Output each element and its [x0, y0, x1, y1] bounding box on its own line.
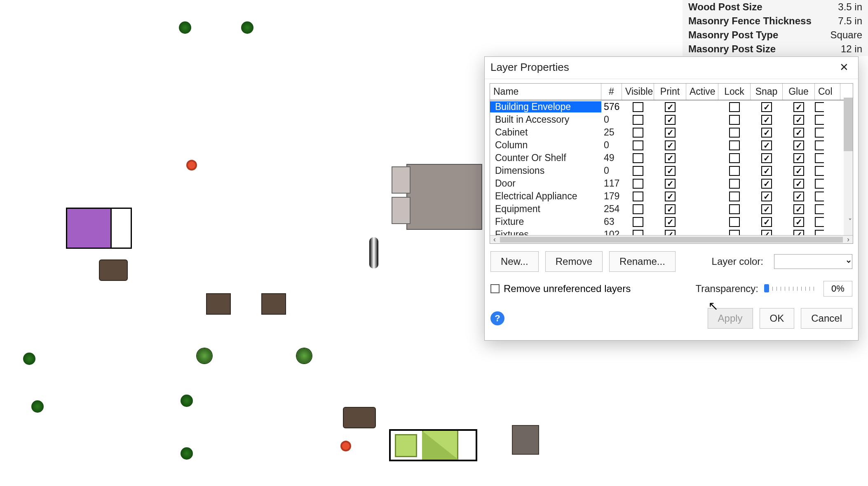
checkbox[interactable]: [729, 230, 740, 236]
checkbox[interactable]: [761, 128, 772, 138]
layer-row[interactable]: Fixture63: [490, 215, 853, 228]
checkbox[interactable]: [729, 153, 740, 163]
checkbox[interactable]: [665, 230, 676, 236]
rename-button[interactable]: Rename...: [609, 251, 676, 272]
col-lock[interactable]: Lock: [718, 84, 751, 100]
checkbox[interactable]: [729, 102, 740, 112]
checkbox[interactable]: [729, 140, 740, 150]
checkbox[interactable]: [761, 140, 772, 150]
checkbox[interactable]: [633, 230, 643, 236]
layer-row[interactable]: Dimensions0: [490, 164, 853, 177]
checkbox[interactable]: [633, 204, 643, 214]
checkbox[interactable]: [665, 140, 676, 150]
color-swatch[interactable]: [815, 179, 824, 189]
layer-row[interactable]: Column0: [490, 139, 853, 152]
layer-row[interactable]: Building Envelope576: [490, 100, 853, 113]
checkbox[interactable]: [793, 230, 804, 236]
checkbox[interactable]: [761, 102, 772, 112]
layer-row[interactable]: Equipment254: [490, 203, 853, 215]
cancel-button[interactable]: Cancel: [801, 308, 852, 329]
checkbox[interactable]: [633, 153, 643, 163]
checkbox[interactable]: [761, 192, 772, 201]
checkbox[interactable]: [761, 230, 772, 236]
checkbox[interactable]: [633, 140, 643, 150]
apply-button[interactable]: Apply: [708, 308, 753, 329]
checkbox[interactable]: [665, 128, 676, 138]
transparency-value[interactable]: 0%: [823, 281, 852, 297]
layer-row[interactable]: Counter Or Shelf49: [490, 152, 853, 164]
color-swatch[interactable]: [815, 230, 824, 236]
checkbox[interactable]: [729, 204, 740, 214]
layer-color-select[interactable]: [774, 254, 852, 269]
scroll-thumb[interactable]: [844, 98, 853, 151]
transparency-slider[interactable]: [764, 287, 818, 291]
layer-row[interactable]: Built in Accessory0: [490, 113, 853, 126]
checkbox[interactable]: [633, 102, 643, 112]
checkbox[interactable]: [793, 128, 804, 138]
checkbox[interactable]: [729, 217, 740, 227]
col-visible[interactable]: Visible: [622, 84, 654, 100]
checkbox[interactable]: [729, 166, 740, 176]
layer-row[interactable]: Electrical Appliance179: [490, 190, 853, 203]
color-swatch[interactable]: [815, 102, 824, 112]
help-icon[interactable]: ?: [490, 311, 504, 325]
checkbox[interactable]: [761, 204, 772, 214]
ok-button[interactable]: OK: [760, 308, 795, 329]
checkbox[interactable]: [633, 217, 643, 227]
checkbox[interactable]: [633, 179, 643, 189]
checkbox[interactable]: [793, 140, 804, 150]
close-icon[interactable]: ✕: [836, 61, 852, 74]
layer-row[interactable]: Fixtures102: [490, 228, 853, 235]
checkbox[interactable]: [665, 115, 676, 125]
col-color[interactable]: Col: [815, 84, 840, 100]
col-count[interactable]: #: [601, 84, 622, 100]
layer-row[interactable]: Cabinet25: [490, 126, 853, 139]
checkbox[interactable]: [761, 115, 772, 125]
col-glue[interactable]: Glue: [783, 84, 815, 100]
vertical-scrollbar[interactable]: ˄ ˅: [844, 98, 853, 235]
color-swatch[interactable]: [815, 153, 824, 163]
checkbox[interactable]: [793, 217, 804, 227]
color-swatch[interactable]: [815, 140, 824, 150]
checkbox[interactable]: [729, 115, 740, 125]
checkbox[interactable]: [665, 204, 676, 214]
col-snap[interactable]: Snap: [751, 84, 783, 100]
checkbox[interactable]: [633, 192, 643, 201]
checkbox[interactable]: [665, 217, 676, 227]
layers-grid[interactable]: Name # Visible Print Active Lock Snap Gl…: [490, 83, 853, 244]
color-swatch[interactable]: [815, 204, 824, 214]
checkbox[interactable]: [665, 192, 676, 201]
checkbox[interactable]: [729, 192, 740, 201]
checkbox[interactable]: [761, 153, 772, 163]
scroll-down-icon[interactable]: ˅: [848, 217, 852, 226]
col-active[interactable]: Active: [686, 84, 718, 100]
color-swatch[interactable]: [815, 115, 824, 125]
checkbox[interactable]: [761, 217, 772, 227]
checkbox[interactable]: [761, 179, 772, 189]
scroll-left-icon[interactable]: ‹: [490, 235, 499, 244]
checkbox[interactable]: [793, 179, 804, 189]
checkbox[interactable]: [665, 166, 676, 176]
checkbox[interactable]: [793, 102, 804, 112]
checkbox[interactable]: [729, 179, 740, 189]
remove-button[interactable]: Remove: [545, 251, 603, 272]
checkbox[interactable]: [665, 102, 676, 112]
checkbox[interactable]: [793, 166, 804, 176]
checkbox[interactable]: [633, 128, 643, 138]
col-print[interactable]: Print: [654, 84, 686, 100]
checkbox[interactable]: [793, 204, 804, 214]
remove-unreferenced-checkbox[interactable]: Remove unreferenced layers: [490, 283, 631, 294]
color-swatch[interactable]: [815, 217, 824, 227]
checkbox[interactable]: [793, 115, 804, 125]
checkbox[interactable]: [761, 166, 772, 176]
checkbox[interactable]: [793, 153, 804, 163]
color-swatch[interactable]: [815, 128, 824, 138]
color-swatch[interactable]: [815, 166, 824, 176]
layer-row[interactable]: Door117: [490, 177, 853, 190]
checkbox[interactable]: [665, 179, 676, 189]
checkbox[interactable]: [793, 192, 804, 201]
checkbox[interactable]: [633, 166, 643, 176]
checkbox[interactable]: [729, 128, 740, 138]
hscroll-thumb[interactable]: [500, 237, 843, 243]
checkbox[interactable]: [665, 153, 676, 163]
